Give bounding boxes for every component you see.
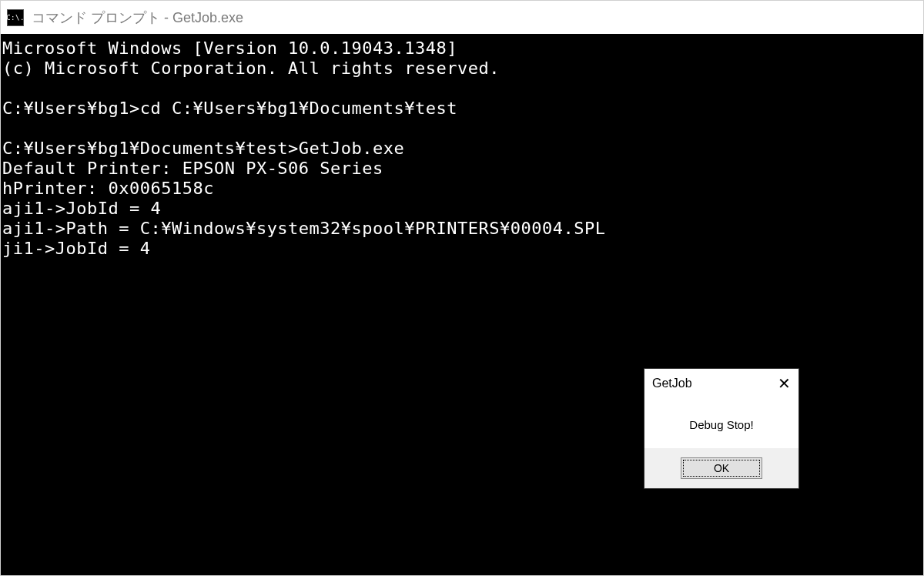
dialog-message: Debug Stop! — [644, 398, 798, 448]
ok-button[interactable]: OK — [681, 457, 762, 479]
dialog-titlebar[interactable]: GetJob ✕ — [644, 369, 798, 398]
dialog-title: GetJob — [652, 377, 692, 390]
message-dialog: GetJob ✕ Debug Stop! OK — [644, 368, 799, 489]
dialog-footer: OK — [644, 448, 798, 488]
window-title: コマンド プロンプト - GetJob.exe — [32, 8, 243, 27]
titlebar[interactable]: C:\. コマンド プロンプト - GetJob.exe — [1, 1, 923, 34]
command-prompt-window: C:\. コマンド プロンプト - GetJob.exe Microsoft W… — [0, 0, 924, 576]
terminal-output[interactable]: Microsoft Windows [Version 10.0.19043.13… — [1, 34, 923, 263]
close-icon[interactable]: ✕ — [760, 374, 791, 393]
cmd-icon: C:\. — [7, 9, 24, 26]
